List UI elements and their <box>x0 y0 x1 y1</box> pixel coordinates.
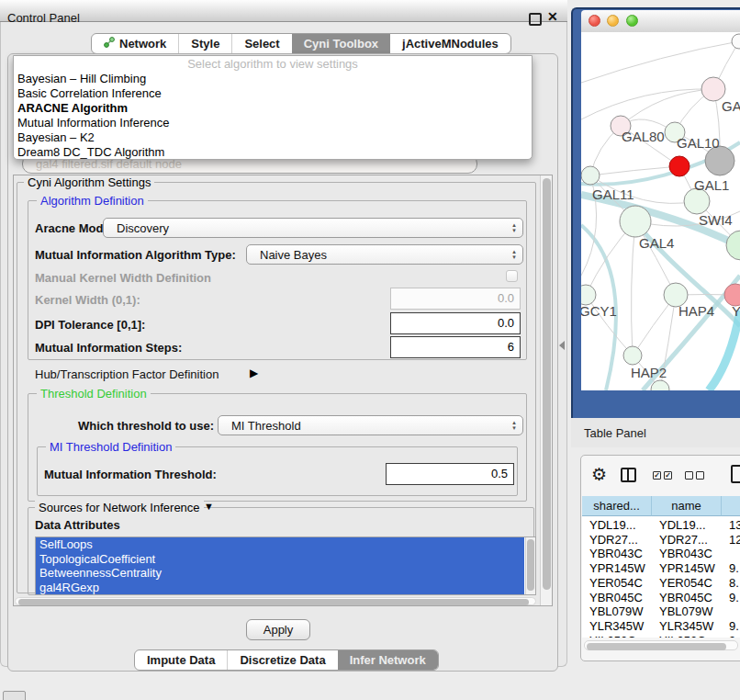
apply-button[interactable]: Apply <box>246 619 310 640</box>
table-cell[interactable]: 13 <box>729 518 740 532</box>
node-table[interactable]: shared...nameAYDL19...YDL19...13YDR27...… <box>582 496 740 638</box>
tab-label: Infer Network <box>350 653 426 667</box>
table-cell[interactable]: 8. <box>729 576 740 590</box>
table-cell[interactable]: YPR145W <box>659 561 722 575</box>
manual-kernel-width-checkbox[interactable] <box>506 270 518 282</box>
aracne-mode-select[interactable]: Discovery ▴▾ <box>103 218 523 238</box>
table-cell[interactable]: 9. <box>729 619 740 633</box>
table-cell[interactable]: YDR27... <box>659 533 722 547</box>
tab-impute-data[interactable]: Impute Data <box>135 650 227 670</box>
tab-jactivemnodules[interactable]: jActiveMNodules <box>390 34 510 53</box>
network-edge[interactable] <box>581 41 739 83</box>
settings-vertical-scrollbar[interactable] <box>540 175 552 605</box>
network-edge[interactable] <box>581 89 713 119</box>
attribute-list-scrollbar[interactable] <box>525 537 535 594</box>
table-cell[interactable]: 9. <box>729 591 740 604</box>
algorithm-option-bayesian-k2[interactable]: Bayesian – K2 <box>14 130 532 145</box>
tab-discretize-data[interactable]: Discretize Data <box>227 650 337 670</box>
node-label-gal10: GAL10 <box>677 135 720 151</box>
column-header-a[interactable]: A <box>722 496 740 516</box>
settings-horizontal-scrollbar[interactable] <box>15 597 536 605</box>
settings-horizontal-scroll-thumb[interactable] <box>18 599 529 605</box>
table-cell[interactable]: YDR27... <box>589 533 652 547</box>
tab-cyni-toolbox[interactable]: Cyni Toolbox <box>292 34 390 53</box>
mi-threshold-field[interactable]: 0.5 <box>386 463 514 485</box>
network-node-gal11[interactable] <box>581 166 600 185</box>
network-edge[interactable] <box>709 310 740 390</box>
table-cell[interactable]: YBR045C <box>659 591 722 604</box>
settings-gear-icon[interactable]: ⚙ <box>591 464 607 485</box>
settings-vertical-scroll-thumb[interactable] <box>543 178 551 590</box>
table-cell[interactable]: YIL052C <box>589 634 652 638</box>
select-all-checkboxes-icon[interactable]: ✓ ✓ <box>653 471 672 480</box>
table-cell[interactable]: 12 <box>729 533 740 547</box>
table-document-icon[interactable] <box>731 465 740 483</box>
table-cell[interactable]: YBR045C <box>589 591 652 604</box>
close-traffic-light-icon[interactable] <box>589 15 600 27</box>
column-layout-icon[interactable] <box>621 468 636 482</box>
column-header-name[interactable]: name <box>652 496 722 516</box>
table-cell[interactable]: YDL19... <box>659 518 722 532</box>
table-cell[interactable]: YDL19... <box>589 518 652 532</box>
tab-label: Style <box>191 37 219 51</box>
table-horizontal-scrollbar[interactable] <box>584 640 738 650</box>
network-window-titlebar[interactable] <box>581 10 740 33</box>
float-window-icon[interactable] <box>529 13 542 26</box>
tab-select[interactable]: Select <box>231 34 291 53</box>
attribute-item-betweennesscentrality[interactable]: BetweennessCentrality <box>36 566 524 581</box>
bottom-left-button[interactable] <box>3 691 26 700</box>
table-cell[interactable]: YER054C <box>589 576 652 590</box>
table-cell[interactable]: YBR043C <box>589 547 652 560</box>
column-header-shared[interactable]: shared... <box>582 496 652 516</box>
table-horizontal-scroll-thumb[interactable] <box>587 643 726 650</box>
network-node-partial-top[interactable] <box>732 34 740 49</box>
table-cell[interactable]: YLR345W <box>589 619 652 633</box>
tab-network[interactable]: Network <box>92 34 178 53</box>
table-cell[interactable]: YBL079W <box>659 604 722 618</box>
network-edge[interactable] <box>632 221 635 356</box>
dpi-tolerance-label: DPI Tolerance [0,1]: <box>35 318 145 332</box>
data-attributes-list[interactable]: SelfLoopsTopologicalCoefficientBetweenne… <box>35 536 536 595</box>
deselect-all-checkboxes-icon[interactable] <box>685 471 704 480</box>
network-node-hap2[interactable] <box>623 346 642 365</box>
kernel-width-field[interactable]: 0.0 <box>390 288 521 310</box>
algorithm-option-bayesian-hill-climbing[interactable]: Bayesian – Hill Climbing <box>14 72 532 86</box>
sources-collapse-icon[interactable]: ▼ <box>204 501 214 512</box>
attribute-item-selfloops[interactable]: SelfLoops <box>36 537 524 552</box>
table-cell[interactable]: YER054C <box>659 576 722 590</box>
zoom-traffic-light-icon[interactable] <box>626 15 638 27</box>
tab-infer-network[interactable]: Infer Network <box>338 650 438 670</box>
stepper-arrows-icon: ▴▾ <box>506 420 522 431</box>
close-icon[interactable]: ✕ <box>547 9 558 24</box>
hub-definition-label: Hub/Transcription Factor Definition <box>35 367 219 381</box>
network-node-partial-bottom[interactable] <box>651 380 669 390</box>
splitter-handle[interactable] <box>559 341 565 350</box>
which-threshold-select[interactable]: MI Threshold ▴▾ <box>218 415 523 435</box>
algorithm-option-dream8-dc-tdc-algorithm[interactable]: Dream8 DC_TDC Algorithm <box>14 145 532 160</box>
table-cell[interactable]: YLR345W <box>659 619 722 633</box>
table-cell[interactable]: YBL079W <box>589 604 652 618</box>
dpi-tolerance-field[interactable]: 0.0 <box>390 312 521 334</box>
algorithm-option-aracne-algorithm[interactable]: ARACNE Algorithm <box>14 101 532 116</box>
algorithm-option-basic-correlation-inference[interactable]: Basic Correlation Inference <box>14 86 532 101</box>
algorithm-option-mutual-information-inference[interactable]: Mutual Information Inference <box>14 116 532 130</box>
table-cell[interactable]: 9 <box>729 634 740 638</box>
tab-style[interactable]: Style <box>178 34 231 53</box>
network-node-red-node[interactable] <box>669 156 690 176</box>
control-panel-titlebar <box>0 0 567 22</box>
attribute-list-scroll-thumb[interactable] <box>527 539 534 591</box>
network-node-gcy1[interactable] <box>581 285 596 305</box>
mi-steps-field[interactable]: 6 <box>390 336 521 358</box>
table-cell[interactable]: YBR043C <box>659 547 722 560</box>
attribute-item-topologicalcoefficient[interactable]: TopologicalCoefficient <box>36 552 524 567</box>
table-cell[interactable]: 9. <box>729 561 740 575</box>
hub-expand-icon[interactable]: ▶ <box>250 367 258 379</box>
network-canvas[interactable]: GALGAL80GAL10GAL1GAL11GAL4SWI4GCY1HAP4YH… <box>581 32 740 390</box>
table-cell[interactable]: YIL052C <box>659 634 722 638</box>
mi-algorithm-type-select[interactable]: Naive Bayes ▴▾ <box>246 244 523 265</box>
minimize-traffic-light-icon[interactable] <box>607 15 619 27</box>
network-node-gal4[interactable] <box>620 206 651 237</box>
attribute-item-gal4rgexp[interactable]: gal4RGexp <box>36 581 524 595</box>
network-node-swi4[interactable] <box>726 231 740 260</box>
table-cell[interactable]: YPR145W <box>589 561 652 575</box>
